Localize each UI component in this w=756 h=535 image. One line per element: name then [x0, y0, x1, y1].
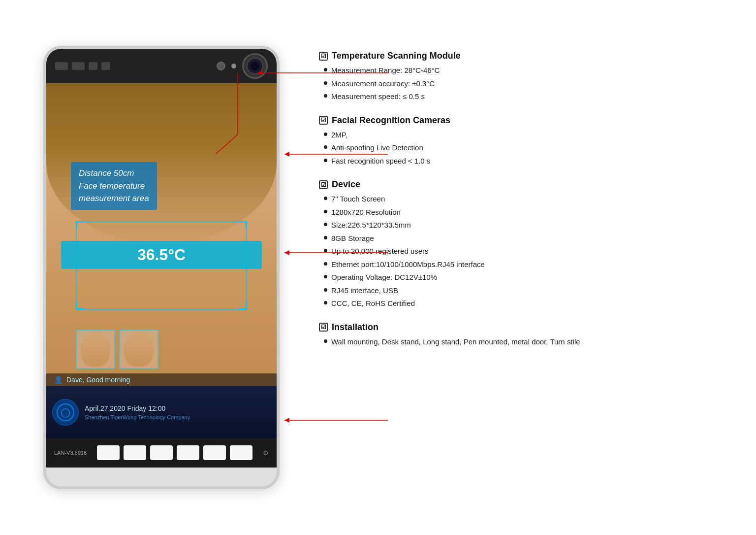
- nav-btn-3[interactable]: [150, 445, 173, 460]
- dev-spec-7: Operating Voltage: DC12V±10%: [324, 272, 713, 283]
- dev-spec-8-text: RJ45 interface, USB: [331, 285, 398, 297]
- temp-spec-1-text: Measurement Range: 28°C-46°C: [331, 65, 440, 76]
- section-device-title: ☑ Device: [319, 179, 713, 190]
- dev-spec-6-text: Ethernet port:10/100/1000Mbps.RJ45 inter…: [331, 259, 485, 270]
- device-spec-list: 7" Touch Screen 1280x720 Resolution Size…: [319, 194, 713, 309]
- main-container: Distance 50cm Face temperature measureme…: [33, 31, 723, 504]
- logo-circle: ◯: [52, 399, 79, 426]
- camera-inner: [247, 58, 263, 74]
- installation-spec-list: Wall mounting, Desk stand, Long stand, P…: [319, 336, 713, 348]
- bullet-d6: [324, 262, 327, 266]
- bullet-i1: [324, 339, 327, 343]
- section-cameras-label: Facial Recognition Cameras: [332, 115, 450, 126]
- check-icon-device: ☑: [319, 180, 328, 189]
- temp-spec-1: Measurement Range: 28°C-46°C: [324, 65, 713, 76]
- bullet-1: [324, 68, 327, 71]
- dev-spec-8: RJ45 interface, USB: [324, 285, 713, 297]
- temp-spec-3-text: Measurement speed: ≤ 0.5 s: [331, 91, 425, 102]
- camera-area: [217, 53, 268, 79]
- main-camera-icon: [242, 53, 268, 79]
- cameras-spec-list: 2MP, Anti-spoofing Live Detection Fast r…: [319, 130, 713, 167]
- bullet-d7: [324, 275, 327, 278]
- temperature-value: 36.5°C: [137, 246, 186, 264]
- person-icon: 👤: [54, 376, 63, 384]
- bullet-3: [324, 94, 327, 98]
- temp-spec-2: Measurement accuracy: ±0.3°C: [324, 78, 713, 90]
- top-button-1: [55, 62, 68, 70]
- dev-spec-6: Ethernet port:10/100/1000Mbps.RJ45 inter…: [324, 259, 713, 270]
- bottom-info-bar: ◯ April.27,2020 Friday 12:00 Shenzhen Ti…: [46, 386, 277, 438]
- bullet-c3: [324, 159, 327, 162]
- nav-btn-6[interactable]: [230, 445, 252, 460]
- nav-version-label: LAN-V3.6018: [54, 450, 87, 456]
- dev-spec-9: CCC, CE, RoHS Certified: [324, 298, 713, 309]
- device-footer: [46, 468, 277, 489]
- greeting-text: Dave, Good morning: [66, 376, 130, 384]
- cam-spec-3: Fast recognition speed < 1.0 s: [324, 156, 713, 167]
- ir-dot-icon: [231, 64, 236, 68]
- dev-spec-1-text: 7" Touch Screen: [331, 194, 385, 205]
- corner-br: [239, 302, 247, 310]
- bullet-d5: [324, 249, 327, 252]
- corner-tr: [239, 221, 247, 229]
- temp-spec-2-text: Measurement accuracy: ±0.3°C: [331, 78, 435, 90]
- bullet-2: [324, 81, 327, 85]
- inst-spec-1-text: Wall mounting, Desk stand, Long stand, P…: [331, 336, 580, 348]
- thumb-2: [119, 330, 158, 369]
- small-camera-icon: [217, 62, 225, 70]
- section-installation-title: ☑ Installation: [319, 322, 713, 333]
- distance-label: Distance 50cm Face temperature measureme…: [71, 162, 157, 210]
- bullet-d8: [324, 288, 327, 292]
- bullet-c1: [324, 133, 327, 136]
- device-bottom-nav: LAN-V3.6018 ⚙: [46, 438, 277, 468]
- top-button-2: [72, 62, 85, 70]
- nav-btn-4[interactable]: [177, 445, 199, 460]
- device: Distance 50cm Face temperature measureme…: [43, 46, 280, 489]
- dev-spec-3: Size:226.5*120*33.5mm: [324, 220, 713, 231]
- section-temperature: ☑ Temperature Scanning Module Measuremen…: [319, 51, 713, 102]
- inst-spec-1: Wall mounting, Desk stand, Long stand, P…: [324, 336, 713, 348]
- dev-spec-2: 1280x720 Resolution: [324, 207, 713, 218]
- corner-tl: [76, 221, 84, 229]
- section-installation: ☑ Installation Wall mounting, Desk stand…: [319, 322, 713, 348]
- top-button-3: [89, 62, 97, 70]
- section-temperature-title: ☑ Temperature Scanning Module: [319, 51, 713, 61]
- distance-line1: Distance 50cm: [79, 167, 149, 180]
- device-top-bar: [46, 49, 277, 83]
- section-temperature-label: Temperature Scanning Module: [332, 51, 461, 61]
- bullet-d2: [324, 210, 327, 213]
- bullet-d1: [324, 197, 327, 200]
- dev-spec-1: 7" Touch Screen: [324, 194, 713, 205]
- section-cameras: ☑ Facial Recognition Cameras 2MP, Anti-s…: [319, 115, 713, 167]
- corner-bl: [76, 302, 84, 310]
- settings-icon: ⚙: [263, 449, 269, 457]
- nav-btn-5[interactable]: [203, 445, 226, 460]
- date-time-line: April.27,2020 Friday 12:00: [85, 404, 271, 412]
- bullet-d4: [324, 236, 327, 239]
- temperature-display: 36.5°C: [61, 241, 262, 269]
- dev-spec-5-text: Up to 20,000 registered users: [331, 246, 429, 257]
- dev-spec-7-text: Operating Voltage: DC12V±10%: [331, 272, 437, 283]
- logo-inner: ◯: [57, 403, 74, 421]
- nav-btn-2[interactable]: [124, 445, 146, 460]
- section-device-label: Device: [332, 179, 360, 190]
- dev-spec-5: Up to 20,000 registered users: [324, 246, 713, 257]
- cam-spec-1-text: 2MP,: [331, 130, 347, 141]
- bullet-d9: [324, 301, 327, 304]
- section-installation-label: Installation: [332, 322, 378, 333]
- nav-btn-1[interactable]: [97, 445, 120, 460]
- bullet-d3: [324, 223, 327, 226]
- greeting-bar: 👤 Dave, Good morning: [46, 373, 277, 386]
- check-icon-cameras: ☑: [319, 116, 328, 125]
- company-name: Shenzhen TigerWong Technology Company: [85, 414, 271, 420]
- svg-marker-7: [284, 418, 289, 423]
- device-screen: Distance 50cm Face temperature measureme…: [46, 83, 277, 438]
- device-top-buttons: [55, 62, 110, 70]
- bullet-c2: [324, 145, 327, 149]
- thumb-face-2: [124, 332, 154, 367]
- check-icon-temperature: ☑: [319, 52, 328, 61]
- bottom-info-text: April.27,2020 Friday 12:00 Shenzhen Tige…: [85, 404, 271, 420]
- cam-spec-2-text: Anti-spoofing Live Detection: [331, 142, 423, 154]
- top-button-4: [101, 62, 110, 70]
- cam-spec-3-text: Fast recognition speed < 1.0 s: [331, 156, 430, 167]
